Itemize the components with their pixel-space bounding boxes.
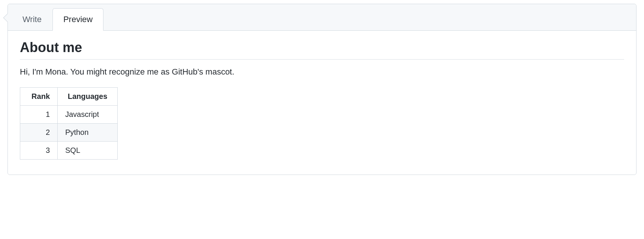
comment-editor: Write Preview About me Hi, I'm Mona. You… — [7, 4, 637, 175]
tab-preview[interactable]: Preview — [52, 8, 103, 31]
preview-panel: About me Hi, I'm Mona. You might recogni… — [8, 31, 636, 175]
table-cell-rank: 2 — [20, 124, 58, 142]
table-row: 3 SQL — [20, 142, 118, 160]
table-cell-language: Javascript — [58, 106, 118, 124]
table-cell-rank: 1 — [20, 106, 58, 124]
table-header-row: Rank Languages — [20, 88, 118, 106]
intro-text: Hi, I'm Mona. You might recognize me as … — [20, 67, 624, 77]
table-cell-language: Python — [58, 124, 118, 142]
languages-table: Rank Languages 1 Javascript 2 Python 3 S… — [20, 87, 118, 160]
table-cell-rank: 3 — [20, 142, 58, 160]
tab-write[interactable]: Write — [12, 8, 52, 31]
table-row: 2 Python — [20, 124, 118, 142]
page-title: About me — [20, 40, 624, 60]
table-row: 1 Javascript — [20, 106, 118, 124]
table-header-rank: Rank — [20, 88, 58, 106]
table-header-languages: Languages — [58, 88, 118, 106]
table-cell-language: SQL — [58, 142, 118, 160]
tab-header: Write Preview — [8, 4, 636, 31]
